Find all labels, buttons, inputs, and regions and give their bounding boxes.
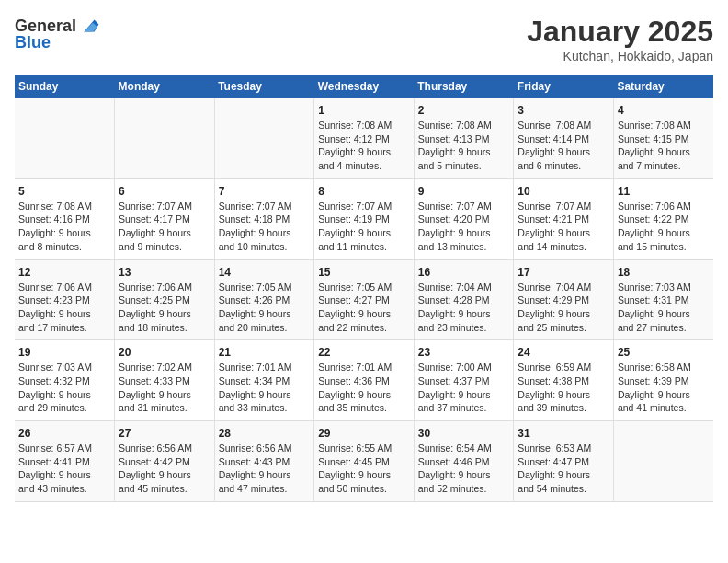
logo-icon (78, 15, 100, 37)
calendar-cell: 18Sunrise: 7:03 AM Sunset: 4:31 PM Dayli… (613, 259, 713, 340)
day-detail: Sunrise: 6:54 AM Sunset: 4:46 PM Dayligh… (418, 442, 510, 496)
day-detail: Sunrise: 7:06 AM Sunset: 4:23 PM Dayligh… (18, 281, 110, 335)
page-header: General Blue January 2025 Kutchan, Hokka… (15, 15, 713, 63)
calendar-cell: 23Sunrise: 7:00 AM Sunset: 4:37 PM Dayli… (414, 340, 514, 421)
day-number: 6 (119, 185, 210, 198)
day-number: 12 (18, 266, 110, 279)
day-number: 11 (618, 185, 710, 198)
calendar-cell: 4Sunrise: 7:08 AM Sunset: 4:15 PM Daylig… (613, 98, 713, 178)
day-number: 24 (518, 346, 609, 359)
day-number: 27 (119, 427, 210, 440)
day-number: 30 (418, 427, 510, 440)
day-number: 1 (318, 104, 410, 117)
day-number: 4 (618, 104, 710, 117)
logo-blue-text: Blue (15, 33, 51, 52)
day-detail: Sunrise: 7:06 AM Sunset: 4:22 PM Dayligh… (618, 200, 710, 254)
title-area: January 2025 Kutchan, Hokkaido, Japan (527, 15, 713, 63)
day-number: 2 (418, 104, 510, 117)
day-number: 5 (18, 185, 110, 198)
day-number: 23 (418, 346, 510, 359)
weekday-header-wednesday: Wednesday (314, 75, 415, 98)
day-detail: Sunrise: 6:55 AM Sunset: 4:45 PM Dayligh… (318, 442, 410, 496)
day-detail: Sunrise: 6:58 AM Sunset: 4:39 PM Dayligh… (618, 361, 710, 415)
day-detail: Sunrise: 7:07 AM Sunset: 4:20 PM Dayligh… (418, 200, 510, 254)
day-detail: Sunrise: 7:08 AM Sunset: 4:14 PM Dayligh… (518, 119, 609, 173)
calendar-cell: 24Sunrise: 6:59 AM Sunset: 4:38 PM Dayli… (514, 340, 614, 421)
day-detail: Sunrise: 7:01 AM Sunset: 4:36 PM Dayligh… (318, 361, 410, 415)
weekday-header-thursday: Thursday (414, 75, 514, 98)
calendar-cell: 10Sunrise: 7:07 AM Sunset: 4:21 PM Dayli… (514, 178, 614, 259)
day-number: 22 (318, 346, 410, 359)
month-year-title: January 2025 (527, 15, 713, 49)
day-number: 21 (219, 346, 311, 359)
weekday-header-friday: Friday (514, 75, 614, 98)
weekday-header-sunday: Sunday (15, 75, 115, 98)
day-number: 19 (18, 346, 110, 359)
calendar-cell: 29Sunrise: 6:55 AM Sunset: 4:45 PM Dayli… (314, 421, 415, 502)
day-number: 28 (219, 427, 311, 440)
day-detail: Sunrise: 7:08 AM Sunset: 4:13 PM Dayligh… (418, 119, 510, 173)
day-detail: Sunrise: 7:07 AM Sunset: 4:17 PM Dayligh… (119, 200, 210, 254)
day-number: 26 (18, 427, 110, 440)
calendar-cell (15, 98, 115, 178)
calendar-cell: 9Sunrise: 7:07 AM Sunset: 4:20 PM Daylig… (414, 178, 514, 259)
calendar-cell: 21Sunrise: 7:01 AM Sunset: 4:34 PM Dayli… (214, 340, 314, 421)
day-detail: Sunrise: 7:08 AM Sunset: 4:15 PM Dayligh… (618, 119, 710, 173)
calendar-cell: 17Sunrise: 7:04 AM Sunset: 4:29 PM Dayli… (514, 259, 614, 340)
calendar-cell: 6Sunrise: 7:07 AM Sunset: 4:17 PM Daylig… (115, 178, 215, 259)
calendar-week-row: 26Sunrise: 6:57 AM Sunset: 4:41 PM Dayli… (15, 421, 713, 502)
day-detail: Sunrise: 6:53 AM Sunset: 4:47 PM Dayligh… (518, 442, 609, 496)
calendar-cell: 22Sunrise: 7:01 AM Sunset: 4:36 PM Dayli… (314, 340, 415, 421)
day-detail: Sunrise: 7:04 AM Sunset: 4:28 PM Dayligh… (418, 281, 510, 335)
day-number: 13 (119, 266, 210, 279)
day-number: 17 (518, 266, 609, 279)
day-detail: Sunrise: 7:04 AM Sunset: 4:29 PM Dayligh… (518, 281, 609, 335)
day-number: 8 (318, 185, 410, 198)
weekday-header-tuesday: Tuesday (214, 75, 314, 98)
calendar-cell: 30Sunrise: 6:54 AM Sunset: 4:46 PM Dayli… (414, 421, 514, 502)
day-detail: Sunrise: 7:05 AM Sunset: 4:26 PM Dayligh… (219, 281, 311, 335)
day-detail: Sunrise: 6:59 AM Sunset: 4:38 PM Dayligh… (518, 361, 609, 415)
day-detail: Sunrise: 7:08 AM Sunset: 4:16 PM Dayligh… (18, 200, 110, 254)
weekday-header-row: SundayMondayTuesdayWednesdayThursdayFrid… (15, 75, 713, 98)
calendar-cell: 25Sunrise: 6:58 AM Sunset: 4:39 PM Dayli… (613, 340, 713, 421)
calendar-week-row: 19Sunrise: 7:03 AM Sunset: 4:32 PM Dayli… (15, 340, 713, 421)
calendar-week-row: 5Sunrise: 7:08 AM Sunset: 4:16 PM Daylig… (15, 178, 713, 259)
day-number: 3 (518, 104, 609, 117)
day-number: 25 (618, 346, 710, 359)
calendar-cell: 12Sunrise: 7:06 AM Sunset: 4:23 PM Dayli… (15, 259, 115, 340)
day-detail: Sunrise: 6:56 AM Sunset: 4:42 PM Dayligh… (119, 442, 210, 496)
calendar-cell: 13Sunrise: 7:06 AM Sunset: 4:25 PM Dayli… (115, 259, 215, 340)
weekday-header-monday: Monday (115, 75, 215, 98)
day-number: 9 (418, 185, 510, 198)
calendar-cell: 2Sunrise: 7:08 AM Sunset: 4:13 PM Daylig… (414, 98, 514, 178)
day-detail: Sunrise: 7:00 AM Sunset: 4:37 PM Dayligh… (418, 361, 510, 415)
calendar-cell: 19Sunrise: 7:03 AM Sunset: 4:32 PM Dayli… (15, 340, 115, 421)
day-detail: Sunrise: 7:07 AM Sunset: 4:18 PM Dayligh… (219, 200, 311, 254)
day-detail: Sunrise: 6:57 AM Sunset: 4:41 PM Dayligh… (18, 442, 110, 496)
day-detail: Sunrise: 7:07 AM Sunset: 4:19 PM Dayligh… (318, 200, 410, 254)
calendar-cell: 5Sunrise: 7:08 AM Sunset: 4:16 PM Daylig… (15, 178, 115, 259)
calendar-week-row: 1Sunrise: 7:08 AM Sunset: 4:12 PM Daylig… (15, 98, 713, 178)
day-detail: Sunrise: 7:01 AM Sunset: 4:34 PM Dayligh… (219, 361, 311, 415)
calendar-cell: 31Sunrise: 6:53 AM Sunset: 4:47 PM Dayli… (514, 421, 614, 502)
day-detail: Sunrise: 7:03 AM Sunset: 4:31 PM Dayligh… (618, 281, 710, 335)
day-detail: Sunrise: 7:07 AM Sunset: 4:21 PM Dayligh… (518, 200, 609, 254)
day-number: 31 (518, 427, 609, 440)
calendar-table: SundayMondayTuesdayWednesdayThursdayFrid… (15, 75, 713, 502)
day-number: 29 (318, 427, 410, 440)
calendar-week-row: 12Sunrise: 7:06 AM Sunset: 4:23 PM Dayli… (15, 259, 713, 340)
calendar-cell: 11Sunrise: 7:06 AM Sunset: 4:22 PM Dayli… (613, 178, 713, 259)
day-number: 18 (618, 266, 710, 279)
day-detail: Sunrise: 7:03 AM Sunset: 4:32 PM Dayligh… (18, 361, 110, 415)
day-number: 10 (518, 185, 609, 198)
day-number: 16 (418, 266, 510, 279)
day-detail: Sunrise: 7:06 AM Sunset: 4:25 PM Dayligh… (119, 281, 210, 335)
day-detail: Sunrise: 7:02 AM Sunset: 4:33 PM Dayligh… (119, 361, 210, 415)
calendar-cell: 20Sunrise: 7:02 AM Sunset: 4:33 PM Dayli… (115, 340, 215, 421)
calendar-cell: 16Sunrise: 7:04 AM Sunset: 4:28 PM Dayli… (414, 259, 514, 340)
calendar-cell: 3Sunrise: 7:08 AM Sunset: 4:14 PM Daylig… (514, 98, 614, 178)
location-subtitle: Kutchan, Hokkaido, Japan (527, 49, 713, 63)
day-detail: Sunrise: 7:05 AM Sunset: 4:27 PM Dayligh… (318, 281, 410, 335)
calendar-cell: 15Sunrise: 7:05 AM Sunset: 4:27 PM Dayli… (314, 259, 415, 340)
